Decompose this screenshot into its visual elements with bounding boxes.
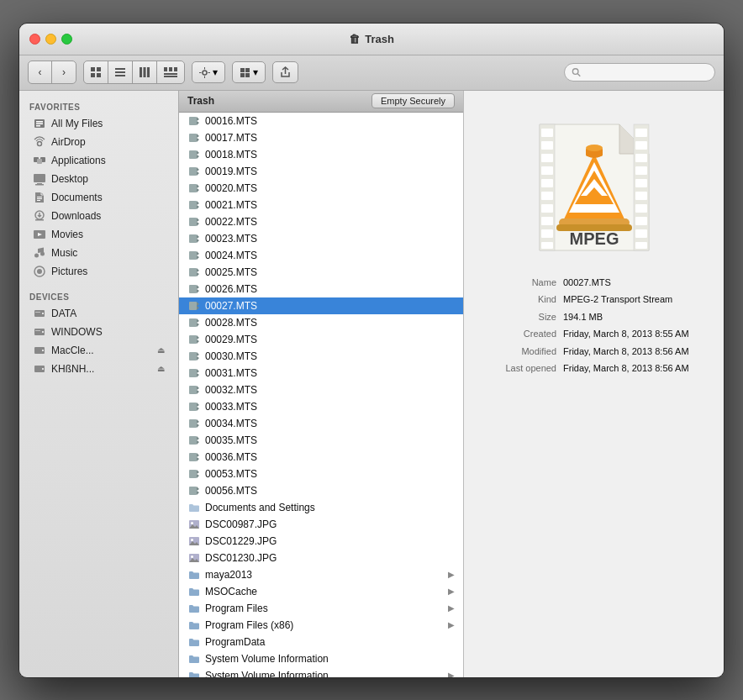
list-item[interactable]: 00033.MTS xyxy=(179,398,463,415)
file-name: 00036.MTS xyxy=(205,451,257,463)
svg-rect-155 xyxy=(635,217,647,225)
svg-rect-100 xyxy=(189,352,197,361)
list-item[interactable]: 00018.MTS xyxy=(179,146,463,163)
list-item[interactable]: 00034.MTS xyxy=(179,415,463,432)
sidebar-item-music[interactable]: Music xyxy=(23,244,175,262)
file-icon xyxy=(187,198,201,212)
list-item[interactable]: 00020.MTS xyxy=(179,180,463,197)
list-item[interactable]: 00023.MTS xyxy=(179,230,463,247)
sidebar-item-applications[interactable]: Applications xyxy=(23,151,175,170)
file-icon xyxy=(187,534,201,548)
svg-rect-16 xyxy=(204,67,205,70)
list-item[interactable]: 00019.MTS xyxy=(179,163,463,180)
file-name: ProgramData xyxy=(205,636,265,648)
list-item[interactable]: 00027.MTS xyxy=(179,297,463,314)
svg-marker-71 xyxy=(197,184,199,188)
list-item[interactable]: DSC00987.JPG xyxy=(179,516,463,533)
cover-flow-button[interactable] xyxy=(157,61,184,83)
maximize-button[interactable] xyxy=(61,34,72,45)
close-button[interactable] xyxy=(29,34,40,45)
desktop-icon xyxy=(33,172,46,186)
list-item[interactable]: 00029.MTS xyxy=(179,331,463,348)
list-item[interactable]: 00024.MTS xyxy=(179,247,463,264)
sidebar-item-windows[interactable]: WINDOWS xyxy=(23,323,175,341)
sidebar-item-pictures[interactable]: Pictures xyxy=(23,262,175,281)
list-item[interactable]: 00016.MTS xyxy=(179,113,463,129)
file-icon xyxy=(187,602,201,615)
file-info-table: Name 00027.MTS Kind MPEG-2 Transport Str… xyxy=(464,267,724,387)
sidebar-item-documents[interactable]: Documents xyxy=(23,188,175,207)
svg-rect-115 xyxy=(189,436,197,445)
size-value: 194.1 MB xyxy=(563,310,603,324)
file-name: 00018.MTS xyxy=(205,149,257,161)
svg-rect-34 xyxy=(34,174,45,182)
action-button[interactable]: ▾ xyxy=(192,61,225,83)
folder-arrow: ▶ xyxy=(448,671,455,677)
file-name: 00016.MTS xyxy=(205,115,257,127)
file-icon xyxy=(187,501,201,514)
sidebar-item-movies[interactable]: Movies xyxy=(23,225,175,244)
name-label: Name xyxy=(481,276,556,290)
list-item[interactable]: 00028.MTS xyxy=(179,314,463,331)
file-name: System Volume Information xyxy=(205,670,329,677)
khbnh-eject-icon[interactable]: ⏏ xyxy=(157,364,165,373)
sidebar-item-airdrop[interactable]: AirDrop xyxy=(23,133,175,151)
list-item[interactable]: MSOCache ▶ xyxy=(179,583,463,600)
empty-securely-button[interactable]: Empty Securely xyxy=(372,93,455,108)
column-view-button[interactable] xyxy=(133,61,157,83)
file-icon xyxy=(187,585,201,598)
list-view-button[interactable] xyxy=(108,61,133,83)
list-item[interactable]: DSC01230.JPG xyxy=(179,550,463,566)
list-item[interactable]: 00032.MTS xyxy=(179,382,463,398)
back-button[interactable]: ‹ xyxy=(29,61,52,83)
list-item[interactable]: 00017.MTS xyxy=(179,129,463,146)
file-name: Program Files (x86) xyxy=(205,619,293,631)
list-item[interactable]: Program Files ▶ xyxy=(179,600,463,617)
forward-button[interactable]: › xyxy=(52,61,76,83)
list-item[interactable]: 00022.MTS xyxy=(179,213,463,230)
sidebar-item-khbnh[interactable]: KHßNH... ⏏ xyxy=(23,360,175,378)
list-item[interactable]: 00031.MTS xyxy=(179,365,463,382)
file-name: 00019.MTS xyxy=(205,166,257,177)
svg-rect-2 xyxy=(91,73,95,77)
list-item[interactable]: 00030.MTS xyxy=(179,348,463,365)
list-item[interactable]: 00036.MTS xyxy=(179,449,463,466)
sidebar-item-all-my-files[interactable]: All My Files xyxy=(23,114,175,133)
search-input[interactable] xyxy=(581,66,708,78)
list-item[interactable]: Documents and Settings xyxy=(179,499,463,516)
created-value: Friday, March 8, 2013 8:55 AM xyxy=(563,327,689,341)
list-item[interactable]: Program Files (x86) ▶ xyxy=(179,617,463,634)
list-item[interactable]: maya2013 ▶ xyxy=(179,566,463,583)
arrange-button[interactable]: ▾ xyxy=(232,61,266,83)
list-item[interactable]: 00026.MTS xyxy=(179,281,463,297)
list-item[interactable]: 00021.MTS xyxy=(179,197,463,213)
music-label: Music xyxy=(51,247,77,259)
svg-marker-87 xyxy=(197,272,199,276)
list-item[interactable]: 00025.MTS xyxy=(179,264,463,281)
sidebar-item-data[interactable]: DATA xyxy=(23,304,175,323)
svg-marker-117 xyxy=(197,440,199,445)
svg-rect-29 xyxy=(36,125,40,127)
list-item[interactable]: System Volume Information xyxy=(179,650,463,667)
list-item[interactable]: System Volume Information ▶ xyxy=(179,667,463,677)
list-item[interactable]: 00053.MTS xyxy=(179,466,463,482)
file-list[interactable]: 00016.MTS 00017.MTS 00018.MTS 00019.MTS … xyxy=(179,113,463,677)
list-item[interactable]: DSC01229.JPG xyxy=(179,533,463,550)
sidebar-item-maccie[interactable]: MacCle... ⏏ xyxy=(23,341,175,360)
file-icon xyxy=(187,635,201,649)
list-item[interactable]: 00056.MTS xyxy=(179,482,463,499)
sidebar-item-desktop[interactable]: Desktop xyxy=(23,170,175,188)
maccie-eject-icon[interactable]: ⏏ xyxy=(157,345,165,355)
file-name: 00023.MTS xyxy=(205,233,257,245)
svg-rect-38 xyxy=(37,198,42,199)
list-item[interactable]: ProgramData xyxy=(179,634,463,650)
search-bar[interactable] xyxy=(564,63,715,82)
sidebar-item-downloads[interactable]: Downloads xyxy=(23,207,175,225)
list-item[interactable]: 00035.MTS xyxy=(179,432,463,449)
share-button[interactable] xyxy=(272,61,298,83)
svg-rect-5 xyxy=(115,71,125,73)
icon-view-button[interactable] xyxy=(84,61,108,83)
minimize-button[interactable] xyxy=(45,34,56,45)
svg-marker-104 xyxy=(197,369,199,373)
window-title: 🗑 Trash xyxy=(349,33,394,45)
